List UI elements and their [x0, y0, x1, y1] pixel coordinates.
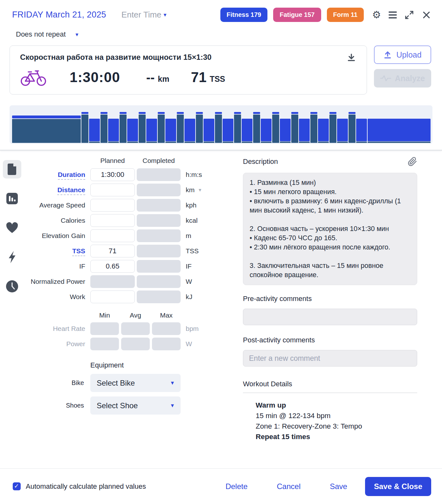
- planned-duration: 1:30:00: [70, 69, 120, 85]
- delete-button[interactable]: Delete: [225, 482, 247, 491]
- shoe-select[interactable]: Select Shoe ▼: [90, 396, 181, 415]
- metric-row-tss: TSS TSS: [25, 245, 235, 257]
- shoe-select-value: Select Shoe: [97, 401, 138, 410]
- metric-row-normalized-power: Normalized Power W: [25, 275, 235, 288]
- enter-time-dropdown[interactable]: Enter Time ▼: [121, 10, 168, 20]
- tss-completed-input: [137, 245, 181, 257]
- hr-min-input: [90, 322, 119, 335]
- avg-speed-completed-input: [137, 199, 181, 212]
- hr-avg-input: [121, 322, 150, 335]
- duration-completed-input: [137, 168, 181, 181]
- if-label: IF: [25, 262, 90, 270]
- distance-planned-input[interactable]: [90, 184, 135, 196]
- metric-row-work: Work kJ: [25, 290, 235, 303]
- elevation-planned-input[interactable]: [90, 229, 135, 242]
- workout-details-step-title: Warm up: [256, 400, 417, 410]
- analyze-label: Analyze: [395, 74, 425, 83]
- fatigue-badge[interactable]: Fatigue 157: [273, 8, 321, 22]
- distance-completed-input: [137, 184, 181, 196]
- graph-recovery-segment: [337, 119, 348, 143]
- graph-interval-segment: [139, 112, 146, 143]
- gear-icon[interactable]: ⚙: [372, 10, 381, 20]
- tab-summary[interactable]: [3, 160, 21, 178]
- workout-date[interactable]: FRIDAY March 21, 2025: [12, 10, 106, 20]
- if-planned-input[interactable]: [90, 260, 135, 273]
- workout-structure-graph[interactable]: [10, 105, 432, 144]
- pre-activity-comments-header: Pre-activity comments: [243, 295, 417, 303]
- equipment-row-bike: Bike Select Bike ▼: [25, 374, 235, 392]
- save-and-close-button[interactable]: Save & Close: [365, 477, 431, 496]
- metrics-form: Planned Completed Duration h:m:s Distanc…: [24, 157, 235, 468]
- graph-interval-segment: [291, 112, 298, 143]
- metric-row-if: IF IF: [25, 260, 235, 273]
- graph-interval-segment: [215, 112, 222, 143]
- tab-charts[interactable]: [3, 189, 21, 208]
- unit-dropdown-icon[interactable]: ▼: [198, 187, 202, 192]
- analyze-button: Analyze: [374, 69, 431, 88]
- tss-unit: TSS: [210, 74, 225, 84]
- calories-completed-input: [137, 214, 181, 227]
- np-planned-input: [90, 275, 135, 288]
- tss-planned-input[interactable]: [90, 245, 135, 257]
- graph-interval-segment: [81, 112, 88, 143]
- tss-label-link[interactable]: TSS: [72, 247, 85, 256]
- tss-unit: TSS: [186, 247, 199, 255]
- expand-icon[interactable]: [404, 10, 414, 20]
- power-avg-input: [121, 338, 150, 350]
- metric-row-avg-speed: Average Speed kph: [25, 199, 235, 212]
- duration-label-link[interactable]: Duration: [58, 171, 85, 180]
- elevation-unit: m: [186, 232, 191, 240]
- bike-select[interactable]: Select Bike ▼: [90, 374, 181, 392]
- power-max-input: [152, 338, 181, 350]
- menu-icon[interactable]: [389, 11, 397, 18]
- avg-speed-planned-input[interactable]: [90, 199, 135, 212]
- cancel-button[interactable]: Cancel: [277, 482, 301, 491]
- np-label: Normalized Power: [25, 278, 90, 285]
- distance-label-link[interactable]: Distance: [57, 186, 85, 195]
- metric-row-elevation: Elevation Gain m: [25, 229, 235, 242]
- graph-recovery-segment: [318, 119, 329, 143]
- save-button[interactable]: Save: [330, 482, 347, 491]
- pre-activity-comment-input[interactable]: [243, 309, 417, 325]
- bike-label: Bike: [25, 379, 90, 387]
- close-icon[interactable]: [422, 10, 431, 20]
- hr-max-input: [152, 322, 181, 335]
- form-badge[interactable]: Form 11: [327, 8, 364, 22]
- graph-recovery-segment: [356, 119, 367, 143]
- minmax-row-heart-rate: Heart Rate bpm: [25, 322, 235, 335]
- graph-interval-segment: [329, 112, 336, 143]
- description-textarea[interactable]: 1. Разминка (15 мин) • 15 мин легкого вр…: [243, 173, 417, 285]
- np-unit: W: [186, 278, 192, 285]
- tab-heart-rate[interactable]: [3, 219, 21, 237]
- auto-calc-checkbox[interactable]: [13, 482, 21, 490]
- metric-row-calories: Calories kcal: [25, 214, 235, 227]
- min-column-header: Min: [90, 312, 119, 319]
- work-planned-input[interactable]: [90, 290, 135, 303]
- upload-button[interactable]: Upload: [374, 46, 431, 64]
- graph-recovery-segment: [299, 119, 310, 143]
- repeat-dropdown[interactable]: Does not repeat ▼: [16, 30, 431, 38]
- calories-label: Calories: [25, 217, 90, 224]
- workout-details-step-zones: Zone 1: Recovery-Zone 3: Tempo: [256, 421, 417, 431]
- fitness-badge[interactable]: Fitness 179: [220, 8, 268, 22]
- workout-title[interactable]: Скоростная работа на развитие мощности 1…: [20, 53, 211, 62]
- graph-recovery-segment: [184, 119, 195, 143]
- paperclip-icon[interactable]: [408, 157, 417, 166]
- tab-time[interactable]: [3, 277, 21, 296]
- calories-planned-input[interactable]: [90, 214, 135, 227]
- graph-interval-segment: [253, 112, 260, 143]
- workout-details-step-target: 15 min @ 122-134 bpm: [256, 410, 417, 421]
- tab-power[interactable]: [3, 248, 21, 266]
- minmax-row-power: Power W: [25, 338, 235, 350]
- chevron-down-icon: ▼: [75, 32, 79, 37]
- waveform-icon: [380, 74, 391, 82]
- download-icon[interactable]: [347, 53, 356, 62]
- graph-interval-segment: [196, 112, 203, 143]
- duration-planned-input[interactable]: [90, 168, 135, 181]
- chevron-down-icon: ▼: [170, 403, 175, 408]
- post-activity-comment-input[interactable]: [243, 350, 417, 367]
- graph-interval-segment: [177, 112, 184, 143]
- calories-unit: kcal: [186, 217, 197, 224]
- if-unit: IF: [186, 262, 192, 270]
- planned-tss: 71: [191, 69, 206, 85]
